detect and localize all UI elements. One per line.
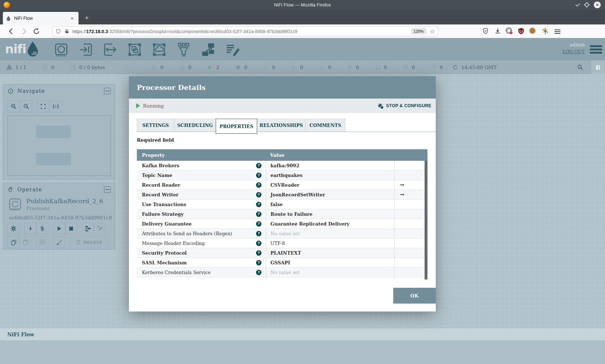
go-to-service-icon[interactable]: →	[400, 182, 404, 188]
search-button[interactable]	[577, 64, 591, 70]
table-row[interactable]: Record Reader ? CSVReader →	[137, 180, 427, 190]
lock-warning-icon[interactable]	[64, 28, 70, 34]
birdseye-minimap[interactable]	[8, 115, 111, 176]
help-icon[interactable]: ?	[256, 270, 261, 275]
tab-properties[interactable]: PROPERTIES	[216, 119, 257, 134]
zoom-in-button[interactable]	[8, 100, 19, 112]
copy-button[interactable]	[8, 236, 19, 248]
operate-header[interactable]: Operate	[3, 183, 115, 196]
configure-button[interactable]	[8, 223, 19, 235]
table-row[interactable]: Topic Name ? earthquakes	[137, 170, 427, 180]
create-template-button[interactable]	[82, 223, 94, 235]
enable-button[interactable]	[24, 223, 36, 235]
label-component-icon[interactable]	[225, 42, 241, 58]
bookmark-star-icon[interactable]: ☆	[430, 28, 435, 35]
help-icon[interactable]: ?	[256, 279, 261, 280]
selected-component-type: Processor	[26, 206, 103, 211]
help-icon[interactable]: ?	[256, 192, 261, 197]
delete-button[interactable]: DELETE	[70, 236, 108, 248]
color-asterisk-extension-icon[interactable]	[542, 27, 549, 35]
paste-button[interactable]	[19, 236, 31, 248]
process-group-component-icon[interactable]	[127, 42, 143, 58]
window-maximize-icon[interactable]	[584, 2, 590, 8]
window-minimize-icon[interactable]	[575, 2, 580, 6]
table-row[interactable]: Security Protocol ? PLAINTEXT	[137, 248, 427, 258]
tab-relationships[interactable]: RELATIONSHIPS	[257, 119, 306, 132]
help-icon[interactable]: ?	[256, 211, 261, 217]
table-row[interactable]: Attributes to Send as Headers (Regex) ? …	[137, 229, 427, 238]
template-component-icon[interactable]	[200, 42, 216, 58]
remote-process-group-component-icon[interactable]	[151, 42, 167, 58]
browser-navbar: https://172.18.0.3:32558/nifi/?processGr…	[0, 24, 605, 38]
ok-button[interactable]: OK	[393, 288, 436, 304]
zoom-level-badge[interactable]: 120%	[411, 28, 426, 35]
minimap-processor	[36, 126, 71, 138]
tab-settings[interactable]: SETTINGS	[137, 119, 174, 132]
container-extension-icon[interactable]	[506, 27, 513, 35]
zoom-actual-size-button[interactable]	[50, 100, 62, 112]
table-row[interactable]: Failure Strategy ? Route to Failure	[137, 209, 427, 219]
browser-tab[interactable]: NiFi Flow ×	[3, 12, 79, 24]
help-icon[interactable]: ?	[256, 163, 261, 168]
disable-button[interactable]	[36, 223, 48, 235]
tab-comments[interactable]: COMMENTS	[305, 119, 345, 132]
forward-icon[interactable]	[20, 27, 28, 35]
help-icon[interactable]: ?	[256, 173, 261, 178]
refresh-icon[interactable]	[452, 64, 458, 70]
help-icon[interactable]: ?	[256, 202, 261, 207]
current-user: admin	[563, 42, 585, 47]
navigate-header[interactable]: Navigate	[3, 85, 115, 97]
table-row[interactable]: Record Writer ? JsonRecordSetWriter →	[137, 190, 427, 200]
tab-close-icon[interactable]: ×	[68, 15, 76, 21]
color-button[interactable]	[53, 236, 65, 248]
help-icon[interactable]: ?	[256, 250, 261, 256]
reload-icon[interactable]	[32, 27, 40, 35]
protections-shield-icon[interactable]	[482, 27, 489, 35]
tab-scheduling[interactable]: SCHEDULING	[174, 119, 216, 132]
stop-button[interactable]	[65, 223, 77, 235]
menu-hamburger-icon[interactable]	[555, 28, 562, 36]
breadcrumb[interactable]: NiFi Flow	[7, 332, 34, 337]
table-row[interactable]: Message Header Encoding ? UTF-8	[137, 238, 427, 248]
url-bar[interactable]: https://172.18.0.3:32558/nifi/?processGr…	[52, 26, 438, 36]
table-row[interactable]: Kerberos Service Name ? No value set	[137, 277, 427, 279]
funnel-component-icon[interactable]	[176, 42, 192, 58]
new-tab-button[interactable]: +	[82, 14, 91, 23]
table-row[interactable]: Kafka Brokers ? kafka:9092	[137, 161, 427, 170]
navigate-collapse-button[interactable]	[104, 88, 111, 94]
global-menu-icon[interactable]	[590, 44, 602, 55]
operate-collapse-button[interactable]	[104, 186, 111, 193]
table-scrollbar[interactable]	[425, 161, 427, 279]
zoom-out-button[interactable]	[20, 100, 32, 112]
window-close-icon[interactable]: ×	[594, 1, 601, 8]
input-port-component-icon[interactable]	[78, 42, 94, 58]
browser-tabbar: NiFi Flow × +	[0, 10, 605, 24]
stop-and-configure-button[interactable]: STOP & CONFIGURE	[377, 103, 431, 109]
processor-component-icon[interactable]	[53, 42, 69, 58]
stopped-icon	[235, 64, 241, 70]
table-row[interactable]: Use Transactions ? false	[137, 200, 427, 209]
help-icon[interactable]: ?	[256, 260, 261, 265]
table-row[interactable]: Delivery Guarantee ? Guarantee Replicate…	[137, 219, 427, 229]
group-button[interactable]	[36, 236, 48, 248]
go-to-service-icon[interactable]: →	[400, 191, 404, 198]
table-row[interactable]: SASL Mechanism ? GSSAPI	[137, 258, 427, 268]
table-row[interactable]: Kerberos Credentials Service ? No value …	[137, 268, 427, 277]
birdseye-toggle-button[interactable]	[591, 60, 605, 74]
help-icon[interactable]: ?	[256, 221, 261, 227]
help-icon[interactable]: ?	[256, 241, 261, 246]
help-icon[interactable]: ?	[256, 231, 261, 236]
downloads-icon[interactable]	[494, 27, 501, 35]
cookie-extension-icon[interactable]	[529, 27, 537, 35]
stat-stopped: 0	[235, 64, 247, 70]
zoom-fit-button[interactable]	[37, 100, 49, 112]
start-button[interactable]	[53, 223, 65, 235]
permissions-shield-icon[interactable]	[55, 28, 61, 34]
url-text[interactable]: https://172.18.0.3:32558/nifi/?processGr…	[72, 29, 411, 34]
logout-link[interactable]: LOG OUT	[563, 49, 585, 54]
help-icon[interactable]: ?	[256, 182, 261, 188]
output-port-component-icon[interactable]	[102, 42, 118, 58]
upload-template-button[interactable]	[94, 223, 106, 235]
ublock-icon[interactable]	[517, 27, 525, 35]
back-icon[interactable]	[7, 27, 15, 35]
